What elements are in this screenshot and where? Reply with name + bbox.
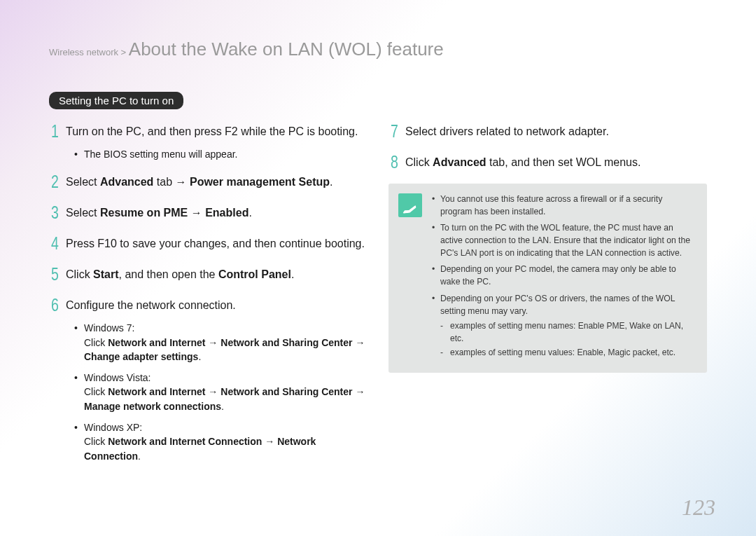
page-title: Wireless network > About the Wake on LAN…: [49, 39, 707, 60]
step-text: Configure the network connection.: [66, 296, 236, 313]
step-number: 4: [51, 234, 64, 252]
step-number: 3: [51, 203, 64, 221]
note-item: Depending on your PC model, the camera m…: [432, 263, 694, 288]
step-sublist: The BIOS setting menu will appear.: [74, 147, 368, 161]
step: 4Press F10 to save your changes, and the…: [49, 234, 368, 252]
step: 8Click Advanced tab, and then set WOL me…: [388, 153, 707, 171]
step-text: Select Resume on PME → Enabled.: [66, 203, 252, 221]
step: 3Select Resume on PME → Enabled.: [49, 203, 368, 221]
step-number: 8: [391, 153, 403, 171]
step: 5Click Start, and then open the Control …: [49, 265, 368, 283]
note-item: You cannot use this feature across a fir…: [432, 193, 694, 218]
step: 2Select Advanced tab → Power management …: [49, 172, 368, 191]
two-column-layout: 1Turn on the PC, and then press F2 while…: [49, 122, 707, 474]
note-sublist: examples of setting menu names: Enable P…: [440, 320, 694, 359]
step-number: 1: [51, 122, 64, 140]
step-sublist-item: The BIOS setting menu will appear.: [74, 147, 368, 161]
section-heading-pill: Setting the PC to turn on: [49, 92, 183, 109]
step-text: Select Advanced tab → Power management S…: [66, 172, 332, 190]
left-column: 1Turn on the PC, and then press F2 while…: [49, 122, 368, 474]
step-text: Click Advanced tab, and then set WOL men…: [405, 153, 640, 170]
note-list: You cannot use this feature across a fir…: [432, 193, 694, 363]
breadcrumb: Wireless network >: [49, 47, 129, 57]
step-sublist-item: Windows 7:Click Network and Internet → N…: [74, 321, 368, 364]
step-text: Select drivers related to network adapte…: [405, 122, 609, 139]
step-number: 7: [391, 122, 403, 140]
section: Setting the PC to turn on 1Turn on the P…: [49, 92, 707, 474]
step-sublist-item: Windows Vista:Click Network and Internet…: [74, 371, 368, 413]
page-number: 123: [682, 495, 715, 521]
note-pen-icon: [398, 193, 422, 217]
step-number: 2: [51, 172, 64, 191]
step: 6Configure the network connection.: [49, 296, 368, 314]
note-sublist-item: examples of setting menu names: Enable P…: [440, 320, 694, 345]
title-text: About the Wake on LAN (WOL) feature: [129, 39, 444, 60]
note-sublist-item: examples of setting menu values: Enable,…: [440, 347, 694, 359]
step-sublist: Windows 7:Click Network and Internet → N…: [74, 321, 368, 463]
step-number: 6: [51, 296, 64, 314]
note-item: To turn on the PC with the WOL feature, …: [432, 222, 694, 259]
step: 7Select drivers related to network adapt…: [388, 122, 707, 140]
note-box: You cannot use this feature across a fir…: [388, 184, 707, 373]
note-item: Depending on your PC's OS or drivers, th…: [432, 293, 694, 359]
step: 1Turn on the PC, and then press F2 while…: [49, 122, 368, 140]
step-text: Turn on the PC, and then press F2 while …: [66, 122, 358, 139]
step-text: Click Start, and then open the Control P…: [66, 265, 294, 282]
step-text: Press F10 to save your changes, and then…: [66, 234, 365, 252]
step-sublist-item: Windows XP:Click Network and Internet Co…: [74, 420, 368, 463]
step-number: 5: [51, 265, 64, 283]
page-container: Wireless network > About the Wake on LAN…: [0, 0, 756, 536]
right-column: 7Select drivers related to network adapt…: [388, 122, 707, 474]
